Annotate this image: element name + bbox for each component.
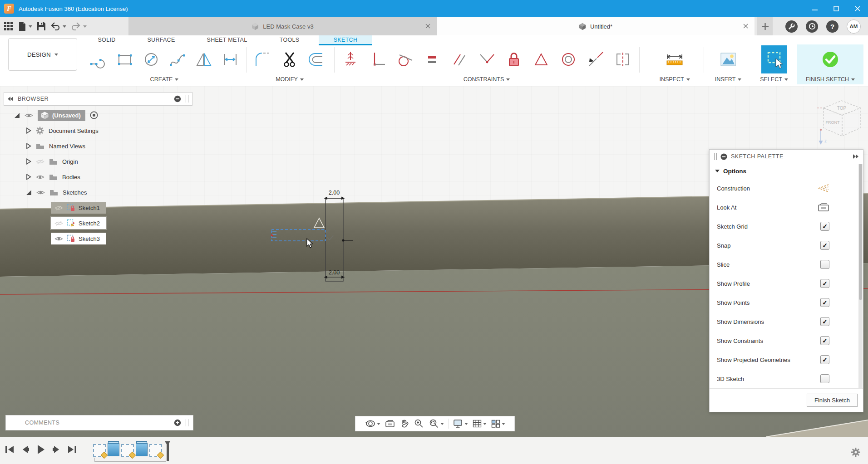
grid-display-button[interactable] [472,419,487,429]
play-button[interactable] [36,444,45,454]
panel-gripper[interactable] [714,153,717,160]
close-tab-icon[interactable] [425,23,430,30]
zoom-button[interactable] [414,418,424,429]
dimension-value-bottom[interactable]: 2.00 [322,269,346,276]
undo-button[interactable] [50,20,66,33]
constraint-equal-icon[interactable] [419,45,446,73]
timeline-item-sketch[interactable] [93,444,106,457]
tree-row-bodies[interactable]: Bodies [4,169,192,185]
palette-scrollbar-thumb[interactable] [859,164,862,300]
show-profile-checkbox[interactable]: ✓ [820,279,829,288]
sketch-grid-checkbox[interactable]: ✓ [820,222,829,231]
step-back-button[interactable] [21,445,30,454]
look-at-icon[interactable] [818,203,829,212]
maximize-button[interactable] [825,0,847,17]
construction-toggle-icon[interactable] [817,183,829,193]
timeline-item-sketch[interactable] [149,444,162,457]
select-group-dropdown[interactable]: SELECT [755,75,794,83]
options-section-header[interactable]: Options [710,163,863,179]
timeline-item-extrude[interactable] [136,443,148,456]
viewcube-front-label[interactable]: FRONT [826,120,840,125]
orbit-button[interactable] [365,418,380,429]
timeline-item-sketch[interactable] [121,444,134,457]
skip-to-end-button[interactable] [67,445,77,454]
tree-row-document-settings[interactable]: Document Settings [4,123,192,138]
constraint-fix-icon[interactable] [500,45,528,73]
tree-row-sketch2[interactable]: Sketch2 [4,215,192,231]
expand-open-icon[interactable] [25,189,32,195]
avatar[interactable]: AM [847,20,861,34]
tab-solid[interactable]: SOLID [86,35,127,44]
timeline-item-extrude[interactable] [108,443,119,456]
sketch-dimension-tool[interactable] [217,45,243,73]
slice-checkbox[interactable] [820,260,829,269]
remove-icon[interactable] [720,153,727,160]
add-comment-icon[interactable] [174,419,181,426]
show-constraints-checkbox[interactable]: ✓ [820,336,829,345]
new-tab-button[interactable] [757,17,773,35]
file-menu-button[interactable] [18,20,32,33]
close-window-button[interactable] [847,0,868,17]
app-grid-icon[interactable] [4,20,14,33]
palette-scrollbar[interactable] [858,164,863,388]
view-cube[interactable]: TOP FRONT z [816,96,867,146]
eye-icon[interactable] [36,190,45,195]
create-group-dropdown[interactable]: CREATE [85,75,243,83]
expand-closed-icon[interactable] [25,174,31,180]
tab-sketch[interactable]: SKETCH [319,35,372,45]
insert-group-dropdown[interactable]: INSERT [706,75,750,83]
workspace-selector[interactable]: DESIGN [8,38,77,71]
trim-tool[interactable] [276,45,303,73]
root-document-chip[interactable]: (Unsaved) [38,110,85,121]
constraint-vertical-horizontal-icon[interactable] [337,45,364,73]
tree-row-sketches[interactable]: Sketches [4,185,192,200]
select-tool[interactable] [761,45,787,73]
skip-to-start-button[interactable] [5,445,15,454]
panel-gripper[interactable] [186,419,188,426]
notifications-icon[interactable] [806,20,818,33]
constraint-smooth-icon[interactable] [582,45,609,73]
tree-row-named-views[interactable]: Named Views [4,138,192,154]
document-tab-untitled[interactable]: Untitled* [437,17,755,35]
expand-closed-icon[interactable] [25,127,31,134]
tree-row-origin[interactable]: Origin [4,154,192,169]
timeline-position-marker[interactable] [167,441,169,461]
constraint-tangent-icon[interactable] [391,45,419,73]
modify-group-dropdown[interactable]: MODIFY [249,75,330,83]
tab-sheet-metal[interactable]: SHEET METAL [193,35,261,44]
show-dimensions-checkbox[interactable]: ✓ [820,317,829,326]
finish-sketch-palette-button[interactable]: Finish Sketch [807,394,858,407]
eye-icon[interactable] [54,236,63,242]
constraint-symmetric-icon[interactable] [528,45,555,73]
viewports-button[interactable] [491,419,505,429]
measure-tool[interactable] [661,45,688,73]
snap-checkbox[interactable]: ✓ [820,241,829,250]
eye-hidden-icon[interactable] [54,220,63,226]
expand-closed-icon[interactable] [25,158,31,165]
timeline-settings-gear-icon[interactable] [851,447,861,457]
panel-gripper[interactable] [186,95,188,103]
minimize-button[interactable] [804,0,825,17]
fillet-tool[interactable] [249,45,276,73]
sketch-palette-header[interactable]: SKETCH PALETTE [710,150,863,163]
save-button[interactable] [37,20,46,33]
tree-row-sketch1[interactable]: Sketch1 [4,200,192,215]
constraint-midpoint-icon[interactable] [473,45,500,73]
tab-surface[interactable]: SURFACE [136,35,186,44]
eye-icon[interactable] [25,112,33,118]
spline-tool[interactable] [164,45,191,73]
expand-closed-icon[interactable] [25,143,31,149]
eye-icon[interactable] [36,174,44,180]
zoom-window-button[interactable] [429,418,444,429]
pan-button[interactable] [399,419,409,429]
constraint-perpendicular-icon[interactable] [364,45,391,73]
close-tab-icon[interactable] [743,23,748,30]
expand-palette-icon[interactable] [853,154,858,159]
line-tool[interactable] [85,45,112,73]
show-projected-geometries-checkbox[interactable]: ✓ [820,355,829,364]
remove-icon[interactable] [174,95,181,103]
viewcube-top-label[interactable]: TOP [837,106,847,111]
dimension-value-top[interactable]: 2.00 [322,190,346,196]
tree-row-sketch3[interactable]: Sketch3 [4,231,192,246]
offset-tool[interactable] [303,45,330,73]
